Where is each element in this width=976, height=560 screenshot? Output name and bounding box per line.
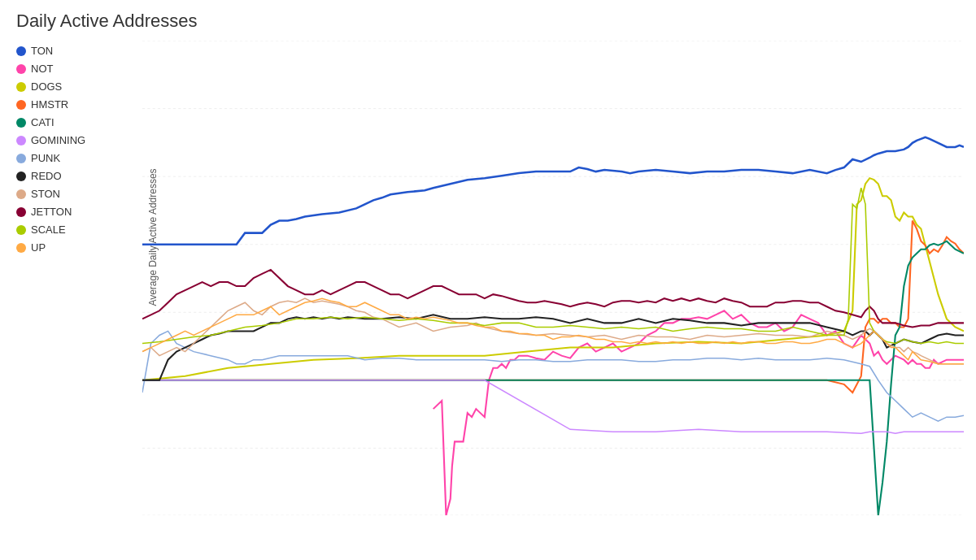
legend-item-GOMINING: GOMINING <box>16 134 85 146</box>
line-GOMINING <box>142 380 964 433</box>
legend-item-PUNK: PUNK <box>16 152 85 164</box>
legend-label-UP: UP <box>31 241 46 254</box>
legend-dot-JETTON <box>16 207 26 217</box>
chart-title: Daily Active Addresses <box>16 11 198 32</box>
legend-item-DOGS: DOGS <box>16 80 85 93</box>
legend-dot-UP <box>16 243 26 253</box>
legend-dot-HMSTR <box>16 100 26 110</box>
line-HMSTR <box>142 221 964 393</box>
legend-dot-REDO <box>16 171 26 181</box>
legend-dot-NOT <box>16 64 26 74</box>
legend: TON NOT DOGS HMSTR CATI GOMINING PUNK R <box>16 45 85 254</box>
legend-dot-DOGS <box>16 82 26 92</box>
legend-label-TON: TON <box>31 45 53 57</box>
legend-item-CATI: CATI <box>16 116 85 128</box>
legend-dot-GOMINING <box>16 136 26 145</box>
chart-svg: 10,000,000 1,000,000 100,000 10,000 1,00… <box>142 41 964 515</box>
legend-dot-SCALE <box>16 225 26 235</box>
legend-label-HMSTR: HMSTR <box>31 98 68 111</box>
legend-dot-TON <box>16 46 26 56</box>
legend-item-STON: STON <box>16 188 85 200</box>
legend-dot-CATI <box>16 118 26 128</box>
legend-item-TON: TON <box>16 45 85 57</box>
line-CATI <box>142 241 964 515</box>
legend-label-STON: STON <box>31 188 60 200</box>
line-SCALE <box>142 188 964 343</box>
legend-label-GOMINING: GOMINING <box>31 134 85 146</box>
legend-label-SCALE: SCALE <box>31 224 66 236</box>
legend-item-JETTON: JETTON <box>16 206 85 218</box>
chart-area: 10,000,000 1,000,000 100,000 10,000 1,00… <box>142 41 964 515</box>
legend-dot-PUNK <box>16 154 26 163</box>
legend-item-REDO: REDO <box>16 170 85 182</box>
legend-label-DOGS: DOGS <box>31 80 62 93</box>
legend-label-CATI: CATI <box>31 116 54 128</box>
line-PUNK <box>142 331 964 421</box>
line-DOGS <box>142 178 964 380</box>
legend-item-SCALE: SCALE <box>16 224 85 236</box>
legend-item-NOT: NOT <box>16 63 85 75</box>
legend-label-PUNK: PUNK <box>31 152 60 164</box>
line-TON <box>142 137 964 245</box>
legend-item-HMSTR: HMSTR <box>16 98 85 111</box>
legend-label-JETTON: JETTON <box>31 206 72 218</box>
legend-item-UP: UP <box>16 241 85 254</box>
legend-label-REDO: REDO <box>31 170 62 182</box>
legend-dot-STON <box>16 189 26 199</box>
chart-container: Daily Active Addresses TON NOT DOGS HMST… <box>0 0 976 560</box>
legend-label-NOT: NOT <box>31 63 53 75</box>
